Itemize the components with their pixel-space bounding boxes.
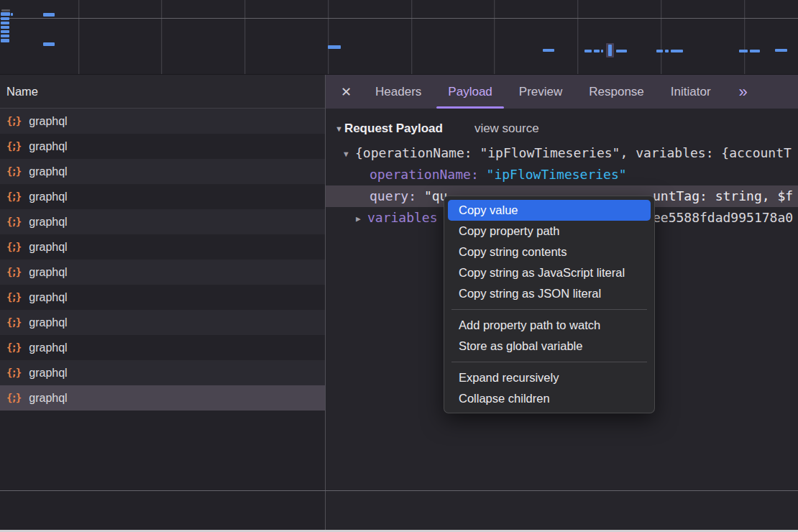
request-row[interactable]: {;}graphql: [0, 360, 325, 385]
tree-row-operation-name[interactable]: operationName: "ipFlowTimeseries": [326, 164, 798, 185]
json-braces-icon: {;}: [6, 140, 20, 152]
request-name: graphql: [29, 216, 67, 229]
menu-item-copy-string-js-literal[interactable]: Copy string as JavaScript literal: [444, 262, 654, 283]
menu-item-add-property-path-to-watch[interactable]: Add property path to watch: [444, 315, 654, 336]
json-braces-icon: {;}: [6, 165, 20, 177]
json-braces-icon: {;}: [6, 291, 20, 303]
request-timing-bar: [1, 39, 9, 42]
request-row[interactable]: {;}graphql: [0, 134, 325, 159]
request-row[interactable]: {;}graphql: [0, 159, 325, 184]
request-row[interactable]: {;}graphql: [0, 209, 325, 234]
overview-bars: [0, 0, 798, 74]
request-timing-bar: [1, 17, 9, 20]
json-braces-icon: {;}: [6, 367, 20, 378]
property-key: operationName:: [370, 167, 479, 182]
request-timing-bar: [594, 50, 600, 52]
request-timing-bar: [750, 50, 760, 52]
menu-item-store-as-global-variable[interactable]: Store as global variable: [444, 336, 654, 357]
devtools-network-panel: Name {;}graphql {;}graphql {;}graphql {;…: [0, 0, 798, 532]
view-source-link[interactable]: view source: [474, 121, 539, 136]
name-column-header[interactable]: Name: [0, 75, 325, 109]
request-name: graphql: [29, 140, 67, 153]
property-value-right: untTag: string, $f: [653, 185, 793, 207]
expand-triangle-icon[interactable]: ▶: [356, 208, 367, 229]
collapse-triangle-icon[interactable]: ▼: [335, 124, 343, 133]
request-name: graphql: [29, 191, 67, 203]
json-braces-icon: {;}: [6, 216, 20, 227]
menu-separator: [451, 362, 647, 362]
menu-item-copy-string-contents[interactable]: Copy string contents: [444, 242, 654, 262]
menu-separator: [451, 309, 647, 310]
request-timing-bar: [665, 50, 669, 52]
property-key: variables: [367, 210, 438, 225]
tree-row-root[interactable]: ▼{operationName: "ipFlowTimeseries", var…: [326, 142, 798, 164]
property-key: query:: [370, 188, 416, 203]
request-name: graphql: [29, 266, 67, 279]
request-timing-bar: [543, 49, 554, 52]
tab-response[interactable]: Response: [589, 75, 644, 109]
request-timing-bar: [1, 35, 9, 37]
request-timing-bar: [11, 13, 13, 16]
request-name: graphql: [29, 367, 67, 380]
json-braces-icon: {;}: [6, 341, 20, 353]
property-value: "ipFlowTimeseries": [487, 167, 627, 182]
json-braces-icon: {;}: [6, 316, 20, 328]
request-timing-bar: [656, 50, 663, 52]
menu-item-copy-value[interactable]: Copy value: [448, 200, 651, 221]
root-object-preview: {operationName: "ipFlowTimeseries", vari…: [355, 145, 792, 160]
request-row[interactable]: {;}graphql: [0, 260, 325, 285]
request-name: graphql: [29, 316, 67, 329]
details-tab-bar: ✕ Headers Payload Preview Response Initi…: [326, 75, 798, 109]
collapse-triangle-icon[interactable]: ▼: [344, 144, 355, 164]
request-timing-bar: [1, 30, 9, 33]
request-timing-bar: [43, 13, 55, 17]
tab-payload[interactable]: Payload: [448, 75, 492, 109]
json-braces-icon: {;}: [6, 392, 20, 403]
json-braces-icon: {;}: [6, 266, 20, 278]
request-payload-section-header[interactable]: ▼ Request Payload view source: [326, 118, 798, 139]
footer-divider: [0, 490, 798, 491]
request-timing-bar: [1, 9, 10, 12]
request-timing-bar: [1, 22, 9, 24]
request-timing-bar: [775, 49, 787, 52]
request-timing-bar: [608, 45, 612, 56]
more-tabs-icon[interactable]: »: [739, 84, 748, 100]
request-row[interactable]: {;}graphql: [0, 234, 325, 260]
requests-panel: Name {;}graphql {;}graphql {;}graphql {;…: [0, 75, 325, 530]
network-overview-timeline[interactable]: [0, 0, 798, 75]
request-name: graphql: [29, 115, 67, 128]
request-row-selected[interactable]: {;}graphql: [0, 385, 325, 411]
section-title: Request Payload: [344, 121, 443, 136]
menu-item-expand-recursively[interactable]: Expand recursively: [444, 367, 654, 388]
close-icon[interactable]: ✕: [341, 84, 352, 100]
request-name: graphql: [29, 291, 67, 304]
request-timing-bar: [43, 42, 55, 46]
menu-item-collapse-children[interactable]: Collapse children: [444, 388, 654, 409]
tab-headers[interactable]: Headers: [375, 75, 421, 109]
request-row[interactable]: {;}graphql: [0, 335, 325, 360]
request-timing-bar: [671, 50, 683, 52]
request-name: graphql: [29, 241, 67, 254]
request-row[interactable]: {;}graphql: [0, 310, 325, 335]
json-braces-icon: {;}: [6, 115, 20, 127]
request-timing-bar: [328, 45, 341, 49]
json-braces-icon: {;}: [6, 241, 20, 252]
request-name: graphql: [29, 392, 67, 405]
menu-item-copy-property-path[interactable]: Copy property path: [444, 221, 654, 242]
request-timing-bar: [601, 50, 603, 52]
menu-item-copy-string-json-literal[interactable]: Copy string as JSON literal: [444, 283, 654, 304]
tab-initiator[interactable]: Initiator: [671, 75, 711, 109]
request-timing-bar: [584, 50, 592, 52]
request-row[interactable]: {;}graphql: [0, 184, 325, 209]
request-name: graphql: [29, 165, 67, 178]
request-timing-bar: [739, 50, 748, 52]
request-row[interactable]: {;}graphql: [0, 109, 325, 134]
request-timing-bar: [1, 26, 9, 29]
request-name: graphql: [29, 341, 67, 354]
tab-preview[interactable]: Preview: [519, 75, 562, 109]
request-timing-bar: [1, 12, 10, 16]
name-column-label: Name: [6, 85, 38, 98]
request-list: {;}graphql {;}graphql {;}graphql {;}grap…: [0, 109, 325, 411]
request-timing-bar: [616, 50, 627, 52]
request-row[interactable]: {;}graphql: [0, 285, 325, 310]
